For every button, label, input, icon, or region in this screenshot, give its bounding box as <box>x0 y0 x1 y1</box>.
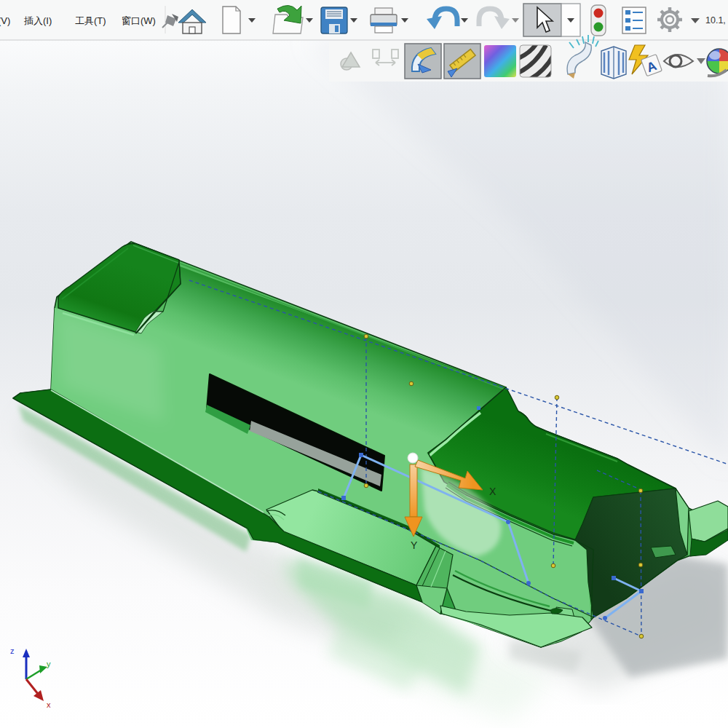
svg-text:x: x <box>47 700 51 709</box>
svg-text:z: z <box>10 646 15 655</box>
svg-text:X: X <box>489 486 496 497</box>
svg-text:Y: Y <box>411 539 418 551</box>
svg-text:插入(I): 插入(I) <box>23 15 52 26</box>
svg-text:图(V): 图(V) <box>0 15 10 26</box>
svg-text:10.1,: 10.1, <box>705 15 726 25</box>
svg-text:y: y <box>47 660 51 668</box>
svg-text:工具(T): 工具(T) <box>75 15 106 26</box>
svg-text:窗口(W): 窗口(W) <box>122 15 156 26</box>
